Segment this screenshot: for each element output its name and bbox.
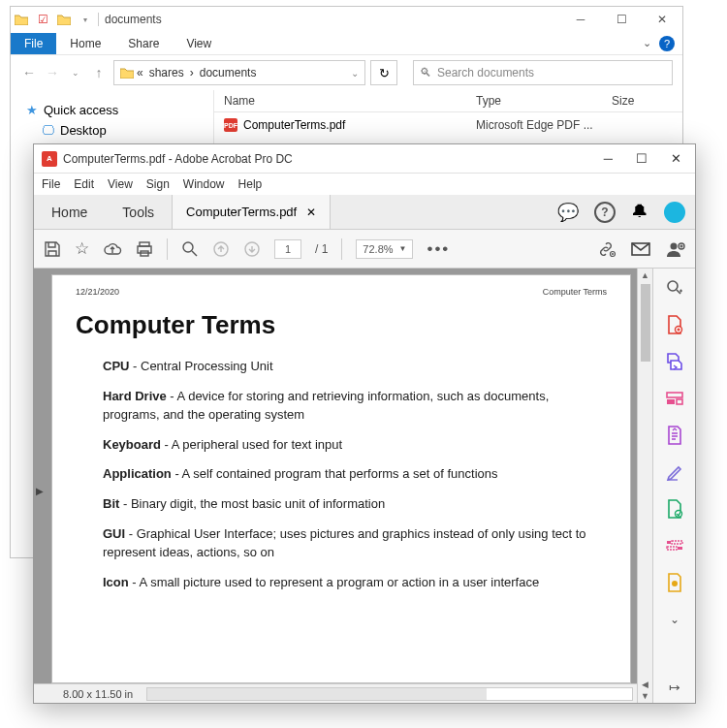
search-placeholder: Search documents	[437, 66, 534, 79]
def-row: Application - A self contained program t…	[103, 465, 607, 484]
explorer-title: documents	[105, 13, 162, 26]
menu-view[interactable]: View	[108, 177, 133, 191]
redact-icon[interactable]	[665, 536, 684, 555]
close-tab-icon[interactable]: ✕	[306, 206, 316, 219]
status-bar: 8.00 x 11.50 in	[34, 683, 637, 703]
address-dropdown-icon[interactable]: ⌄	[351, 68, 359, 79]
col-name[interactable]: Name	[214, 94, 476, 108]
maximize-button[interactable]: ☐	[601, 7, 642, 32]
quick-access-item[interactable]: ★ Quick access	[18, 100, 205, 120]
page-up-icon[interactable]	[212, 240, 230, 258]
svg-line-4	[192, 251, 197, 256]
user-avatar[interactable]	[664, 202, 685, 223]
folder-icon	[11, 9, 32, 30]
star-icon: ★	[26, 103, 38, 117]
pdf-icon: PDF	[224, 118, 237, 132]
minimize-button[interactable]: ─	[604, 151, 613, 166]
add-person-icon[interactable]	[666, 240, 685, 258]
refresh-button[interactable]: ↻	[370, 60, 397, 85]
email-icon[interactable]	[631, 241, 650, 257]
acrobat-app-icon: A	[42, 151, 57, 167]
view-tab[interactable]: View	[173, 33, 225, 54]
acrobat-titlebar[interactable]: A ComputerTerms.pdf - Adobe Acrobat Pro …	[34, 144, 695, 174]
explorer-titlebar[interactable]: ☑ ▾ documents ─ ☐ ✕	[11, 7, 682, 32]
search-tool-icon[interactable]	[665, 278, 684, 298]
acrobat-window: A ComputerTerms.pdf - Adobe Acrobat Pro …	[33, 143, 696, 704]
vertical-scrollbar[interactable]: ▲ ◀ ▼	[637, 269, 652, 703]
zoom-dropdown[interactable]: 72.8% ▼	[356, 239, 413, 259]
doc-heading: Computer Terms	[76, 310, 607, 340]
menu-sign[interactable]: Sign	[146, 177, 170, 191]
file-tab[interactable]: File	[11, 33, 56, 54]
forward-button[interactable]: →	[44, 65, 61, 80]
folder-small-icon	[53, 9, 75, 30]
home-tab[interactable]: Home	[56, 33, 114, 54]
cloud-icon[interactable]	[103, 241, 122, 257]
svg-rect-19	[667, 541, 671, 544]
search-box[interactable]: 🔍︎ Search documents	[413, 60, 673, 85]
desktop-item[interactable]: 🖵 Desktop	[18, 120, 205, 141]
def-row: CPU - Central Processing Unit	[103, 358, 607, 376]
maximize-button[interactable]: ☐	[636, 151, 648, 166]
back-button[interactable]: ←	[20, 65, 38, 80]
search-icon: 🔍︎	[420, 66, 431, 79]
menu-edit[interactable]: Edit	[74, 177, 94, 191]
expand-left-panel-icon[interactable]: ▶	[36, 486, 44, 496]
page-number-input[interactable]: 1	[274, 239, 301, 259]
export-pdf-icon[interactable]	[665, 352, 684, 371]
share-pdf-icon[interactable]	[665, 499, 684, 519]
col-size[interactable]: Size	[612, 94, 670, 108]
file-row[interactable]: PDF ComputerTerms.pdf Microsoft Edge PDF…	[214, 112, 682, 138]
address-bar[interactable]: « shares › documents ⌄	[113, 60, 365, 85]
quick-access-label: Quick access	[44, 103, 118, 117]
minimize-button[interactable]: ─	[560, 7, 601, 32]
print-icon[interactable]	[136, 240, 153, 258]
share-tab[interactable]: Share	[114, 33, 173, 54]
menu-file[interactable]: File	[42, 177, 60, 191]
right-tool-panel: ⌄ ↦	[652, 269, 695, 703]
recent-locations-icon[interactable]: ⌄	[67, 68, 84, 78]
menu-help[interactable]: Help	[238, 177, 263, 191]
expand-ribbon-icon[interactable]: ⌄	[643, 37, 651, 49]
acrobat-menubar: File Edit View Sign Window Help	[34, 174, 695, 195]
comment-icon[interactable]: 💬	[557, 202, 579, 223]
svg-rect-22	[678, 547, 682, 550]
close-button[interactable]: ✕	[671, 151, 681, 166]
desktop-label: Desktop	[60, 123, 107, 138]
home-tab[interactable]: Home	[34, 195, 105, 229]
svg-point-3	[183, 242, 193, 252]
crumb-shares[interactable]: shares	[149, 66, 184, 79]
horizontal-scrollbar[interactable]	[146, 687, 633, 701]
crumb-documents[interactable]: documents	[200, 66, 257, 79]
quick-access-checked-icon[interactable]: ☑	[32, 9, 53, 30]
edit-pdf-icon[interactable]	[665, 389, 684, 408]
collapse-panel-icon[interactable]: ↦	[665, 678, 684, 697]
chevron-down-icon[interactable]: ⌄	[665, 610, 684, 629]
help-icon[interactable]: ?	[659, 36, 675, 51]
zoom-icon[interactable]	[181, 240, 199, 258]
up-button[interactable]: ↑	[90, 65, 108, 80]
sign-icon[interactable]	[665, 462, 684, 482]
document-tab[interactable]: ComputerTerms.pdf ✕	[172, 195, 331, 229]
protect-icon[interactable]	[665, 573, 684, 592]
more-icon[interactable]: •••	[427, 239, 450, 259]
menu-window[interactable]: Window	[183, 177, 225, 191]
tools-tab[interactable]: Tools	[105, 195, 172, 229]
col-type[interactable]: Type	[476, 94, 612, 108]
bell-icon[interactable]: 🔔︎	[631, 202, 648, 222]
page-down-icon[interactable]	[243, 240, 261, 258]
svg-point-23	[672, 581, 678, 586]
zoom-value: 72.8%	[363, 243, 393, 255]
close-button[interactable]: ✕	[642, 7, 682, 32]
share-link-icon[interactable]	[596, 240, 616, 258]
save-icon[interactable]	[44, 240, 61, 258]
pdf-page[interactable]: 12/21/2020 Computer Terms Computer Terms…	[51, 274, 631, 683]
star-icon[interactable]: ☆	[75, 238, 89, 259]
breadcrumb-sep: ›	[190, 66, 194, 79]
create-pdf-icon[interactable]	[665, 315, 684, 334]
quick-access-down-icon[interactable]: ▾	[75, 9, 96, 30]
doc-header: Computer Terms	[543, 287, 607, 297]
def-row: GUI - Graphical User Interface; uses pic…	[103, 525, 607, 562]
help-icon[interactable]: ?	[594, 202, 616, 223]
organize-icon[interactable]	[665, 426, 684, 445]
